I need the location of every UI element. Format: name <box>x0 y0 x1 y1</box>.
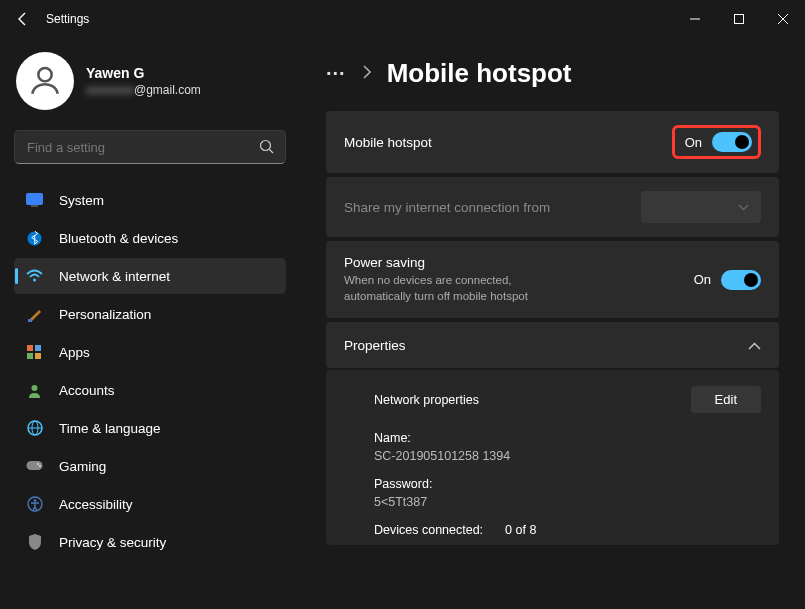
network-properties-label: Network properties <box>374 393 479 407</box>
share-panel: Share my internet connection from <box>326 177 779 237</box>
sidebar-label: Apps <box>59 345 90 360</box>
window-title: Settings <box>46 12 89 26</box>
properties-body: Network properties Edit Name: SC-2019051… <box>326 370 779 545</box>
power-panel: Power saving When no devices are connect… <box>326 241 779 318</box>
svg-point-24 <box>33 499 36 502</box>
sidebar-label: System <box>59 193 104 208</box>
close-button[interactable] <box>761 3 805 35</box>
search-icon <box>259 139 274 158</box>
svg-point-10 <box>33 279 36 282</box>
wifi-icon <box>26 268 43 285</box>
power-title: Power saving <box>344 255 528 270</box>
sidebar-label: Time & language <box>59 421 161 436</box>
hotspot-state: On <box>685 135 702 150</box>
password-value: 5<5Tt387 <box>374 495 761 509</box>
bluetooth-icon <box>26 230 43 247</box>
back-button[interactable] <box>14 10 32 28</box>
account-email: xxxxxxxx@gmail.com <box>86 83 201 97</box>
sidebar-item-accessibility[interactable]: Accessibility <box>14 486 286 522</box>
chevron-down-icon <box>738 204 749 211</box>
devices-value: 0 of 8 <box>505 523 536 537</box>
sidebar-item-privacy[interactable]: Privacy & security <box>14 524 286 560</box>
chevron-right-icon <box>362 65 371 83</box>
sidebar-label: Personalization <box>59 307 151 322</box>
power-toggle[interactable] <box>721 270 761 290</box>
properties-label: Properties <box>344 338 406 353</box>
svg-rect-11 <box>28 319 32 322</box>
person-icon <box>26 382 43 399</box>
svg-point-21 <box>37 463 39 465</box>
svg-point-22 <box>39 465 41 467</box>
share-dropdown <box>641 191 761 223</box>
sidebar-item-gaming[interactable]: Gaming <box>14 448 286 484</box>
sidebar-label: Network & internet <box>59 269 170 284</box>
page-title: Mobile hotspot <box>387 58 572 89</box>
clock-globe-icon <box>26 420 43 437</box>
svg-rect-13 <box>35 345 41 351</box>
sidebar-label: Bluetooth & devices <box>59 231 178 246</box>
hotspot-panel: Mobile hotspot On <box>326 111 779 173</box>
properties-header[interactable]: Properties <box>326 322 779 368</box>
apps-icon <box>26 344 43 361</box>
account-name: Yawen G <box>86 65 201 81</box>
password-label: Password: <box>374 477 761 491</box>
hotspot-label: Mobile hotspot <box>344 135 432 150</box>
devices-label: Devices connected: <box>374 523 483 537</box>
svg-line-6 <box>270 150 274 154</box>
power-desc: When no devices are connected,automatica… <box>344 272 528 304</box>
highlight-box: On <box>672 125 761 159</box>
share-label: Share my internet connection from <box>344 200 550 215</box>
svg-rect-7 <box>27 194 43 205</box>
avatar <box>16 52 74 110</box>
name-value: SC-201905101258 1394 <box>374 449 761 463</box>
brush-icon <box>26 306 43 323</box>
content: ··· Mobile hotspot Mobile hotspot On Sha… <box>298 38 805 609</box>
chevron-up-icon <box>748 336 761 354</box>
minimize-button[interactable] <box>673 3 717 35</box>
hotspot-toggle[interactable] <box>712 132 752 152</box>
more-icon[interactable]: ··· <box>326 62 346 85</box>
sidebar: Yawen G xxxxxxxx@gmail.com System Blueto… <box>0 38 298 609</box>
svg-rect-15 <box>35 353 41 359</box>
search-input[interactable] <box>14 130 286 164</box>
svg-rect-12 <box>27 345 33 351</box>
sidebar-item-bluetooth[interactable]: Bluetooth & devices <box>14 220 286 256</box>
sidebar-item-network[interactable]: Network & internet <box>14 258 286 294</box>
power-state: On <box>694 272 711 287</box>
sidebar-label: Accessibility <box>59 497 133 512</box>
account-block[interactable]: Yawen G xxxxxxxx@gmail.com <box>14 52 286 110</box>
svg-point-16 <box>32 385 38 391</box>
maximize-button[interactable] <box>717 3 761 35</box>
breadcrumb: ··· Mobile hotspot <box>326 58 779 89</box>
sidebar-item-apps[interactable]: Apps <box>14 334 286 370</box>
sidebar-item-time[interactable]: Time & language <box>14 410 286 446</box>
sidebar-item-personalization[interactable]: Personalization <box>14 296 286 332</box>
edit-button[interactable]: Edit <box>691 386 761 413</box>
accessibility-icon <box>26 496 43 513</box>
sidebar-label: Privacy & security <box>59 535 166 550</box>
sidebar-label: Accounts <box>59 383 115 398</box>
svg-rect-1 <box>735 15 744 24</box>
system-icon <box>26 192 43 209</box>
sidebar-item-accounts[interactable]: Accounts <box>14 372 286 408</box>
svg-rect-14 <box>27 353 33 359</box>
sidebar-item-system[interactable]: System <box>14 182 286 218</box>
svg-point-5 <box>261 141 271 151</box>
name-label: Name: <box>374 431 761 445</box>
gaming-icon <box>26 458 43 475</box>
svg-rect-8 <box>31 206 38 207</box>
svg-point-4 <box>38 68 51 81</box>
title-bar: Settings <box>0 0 805 38</box>
shield-icon <box>26 534 43 551</box>
sidebar-label: Gaming <box>59 459 106 474</box>
